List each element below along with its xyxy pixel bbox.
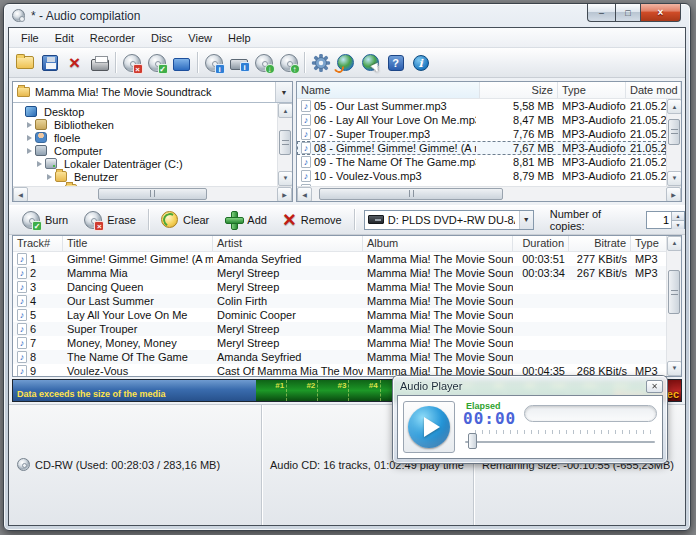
audio-player-close-button[interactable]: ✕ (646, 380, 663, 393)
audio-player-window[interactable]: Audio Player ✕ Elapsed 00:00 (393, 376, 667, 463)
tree-vertical-scrollbar[interactable]: ▲ ▼ (277, 103, 292, 186)
scroll-down-arrow[interactable]: ▼ (667, 361, 682, 376)
scroll-thumb[interactable] (668, 119, 680, 145)
spinner-up-button[interactable]: ▲ (671, 212, 684, 221)
scroll-thumb[interactable] (668, 270, 680, 314)
tree-item-lokaler-datentr-ger-c[interactable]: Lokaler Datenträger (C:) (13, 157, 277, 170)
combobox-dropdown-button[interactable]: ▼ (275, 82, 292, 102)
audio-player-titlebar[interactable]: Audio Player ✕ (393, 376, 667, 393)
disc-erase-icon[interactable]: × (119, 50, 144, 75)
tree-item-computer[interactable]: Computer (13, 144, 277, 157)
globe-refresh-icon[interactable] (333, 50, 358, 75)
play-button[interactable] (403, 401, 455, 453)
column-header-bitrate[interactable]: Bitrate (569, 236, 631, 251)
column-header-title[interactable]: Title (63, 236, 213, 251)
gear-icon[interactable] (308, 50, 333, 75)
track-row[interactable]: ♪4Our Last SummerColin FirthMamma Mia! T… (13, 294, 666, 308)
tree-item-bibliotheken[interactable]: Bibliotheken (13, 118, 277, 131)
disc-check-icon[interactable]: ✓ (144, 50, 169, 75)
scroll-up-arrow[interactable]: ▲ (667, 99, 682, 114)
column-header-artist[interactable]: Artist (213, 236, 363, 251)
menu-item-edit[interactable]: Edit (47, 30, 82, 46)
scroll-left-arrow[interactable]: ◀ (297, 187, 312, 202)
minimize-button[interactable]: – (587, 4, 615, 22)
menu-item-help[interactable]: Help (220, 30, 259, 46)
expander-icon[interactable] (27, 122, 32, 128)
add-button[interactable]: Add (218, 209, 274, 230)
track-row[interactable]: ♪7Money, Money, MoneyMeryl StreepMamma M… (13, 336, 666, 350)
menu-item-disc[interactable]: Disc (143, 30, 180, 46)
disc-copy-icon[interactable]: ↓ (251, 50, 276, 75)
drive-dropdown-button[interactable]: ▼ (519, 211, 533, 229)
scroll-left-arrow[interactable]: ◀ (13, 187, 28, 202)
scroll-thumb[interactable] (98, 188, 208, 200)
expander-icon[interactable] (47, 174, 52, 180)
track-row[interactable]: ♪6Super TrouperMeryl StreepMamma Mia! Th… (13, 322, 666, 336)
file-row[interactable]: ♪08 - Gimme! Gimme! Gimme! (A man after … (297, 141, 666, 155)
maximize-button[interactable]: □ (615, 4, 640, 22)
column-header-album[interactable]: Album (363, 236, 513, 251)
close-button[interactable]: × (640, 4, 681, 22)
tree-item-floele[interactable]: floele (13, 131, 277, 144)
column-header-size[interactable]: Size (480, 82, 558, 98)
about-icon[interactable]: i (408, 50, 433, 75)
file-row[interactable]: ♪05 - Our Last Summer.mp35,58 MBMP3-Audi… (297, 99, 666, 113)
delete-icon[interactable]: × (62, 50, 87, 75)
remove-button[interactable]: ×Remove (276, 209, 349, 231)
track-row[interactable]: ♪8The Name Of The GameAmanda SeyfriedMam… (13, 350, 666, 364)
file-list-horizontal-scrollbar[interactable]: ◀ ▶ (297, 186, 681, 201)
column-header-date-mod[interactable]: Date mod (626, 82, 681, 98)
scroll-down-arrow[interactable]: ▼ (667, 171, 682, 186)
expander-icon[interactable] (27, 135, 32, 141)
print-icon[interactable] (87, 50, 112, 75)
clear-button[interactable]: Clear (154, 209, 216, 230)
scroll-track[interactable] (278, 118, 292, 171)
erase-button[interactable]: ×Erase (77, 209, 143, 231)
column-header-name[interactable]: Name (297, 82, 480, 98)
track-row[interactable]: ♪9Voulez-VousCast Of Mamma Mia The Movie… (13, 364, 666, 376)
scroll-track[interactable] (28, 187, 277, 201)
scroll-track[interactable] (312, 187, 666, 201)
column-header-type[interactable]: Type (631, 236, 667, 251)
file-row[interactable]: ♪09 - The Name Of The Game.mp38,81 MBMP3… (297, 155, 666, 169)
tree-item-desktop[interactable]: Desktop (13, 105, 277, 118)
globe-cursor-icon[interactable] (358, 50, 383, 75)
disc-burn-icon[interactable]: ↑ (276, 50, 301, 75)
column-header-duration[interactable]: Duration (513, 236, 569, 251)
column-header-track[interactable]: Track# (13, 236, 63, 251)
track-row[interactable]: ♪1Gimme! Gimme! Gimme! (A man after...Am… (13, 252, 666, 266)
file-row[interactable]: ♪06 - Lay All Your Love On Me.mp38,47 MB… (297, 113, 666, 127)
slider-track[interactable] (465, 441, 655, 443)
drive-selector[interactable]: D: PLDS DVD+-RW DU-8A2S▼ (364, 210, 534, 230)
track-table-vertical-scrollbar[interactable]: ▲ ▼ (666, 236, 681, 376)
burn-button[interactable]: ✓Burn (15, 209, 75, 231)
disc-info-icon[interactable]: i (201, 50, 226, 75)
menu-item-view[interactable]: View (180, 30, 220, 46)
drive-info-icon[interactable]: i (226, 50, 251, 75)
scroll-up-arrow[interactable]: ▲ (667, 236, 682, 251)
file-row[interactable]: ♪07 - Super Trouper.mp37,76 MBMP3-Audiof… (297, 127, 666, 141)
help-icon[interactable]: ? (383, 50, 408, 75)
expander-icon[interactable] (27, 148, 32, 154)
copies-spinner[interactable]: 1▲▼ (646, 211, 685, 229)
file-list-vertical-scrollbar[interactable]: ▲ ▼ (666, 99, 681, 186)
tree-horizontal-scrollbar[interactable]: ◀ ▶ (13, 186, 292, 201)
menu-item-recorder[interactable]: Recorder (82, 30, 143, 46)
scroll-track[interactable] (667, 114, 681, 171)
slider-thumb[interactable] (468, 433, 477, 449)
tree-item-benutzer[interactable]: Benutzer (13, 170, 277, 183)
compilation-combobox[interactable]: Mamma Mia! The Movie Soundtrack ▼ (13, 82, 292, 103)
menu-item-file[interactable]: File (13, 30, 47, 46)
save-icon[interactable] (37, 50, 62, 75)
new-folder-icon[interactable] (12, 50, 37, 75)
scroll-thumb[interactable] (319, 188, 503, 200)
scroll-track[interactable] (667, 251, 681, 361)
column-header-type[interactable]: Type (558, 82, 626, 98)
track-row[interactable]: ♪3Dancing QueenMeryl StreepMamma Mia! Th… (13, 280, 666, 294)
track-row[interactable]: ♪5Lay All Your Love On MeDominic CooperM… (13, 308, 666, 322)
expander-icon[interactable] (37, 161, 42, 167)
data-box-icon[interactable] (169, 50, 194, 75)
scroll-right-arrow[interactable]: ▶ (277, 187, 292, 202)
scroll-down-arrow[interactable]: ▼ (278, 171, 293, 186)
spinner-down-button[interactable]: ▼ (671, 221, 684, 229)
